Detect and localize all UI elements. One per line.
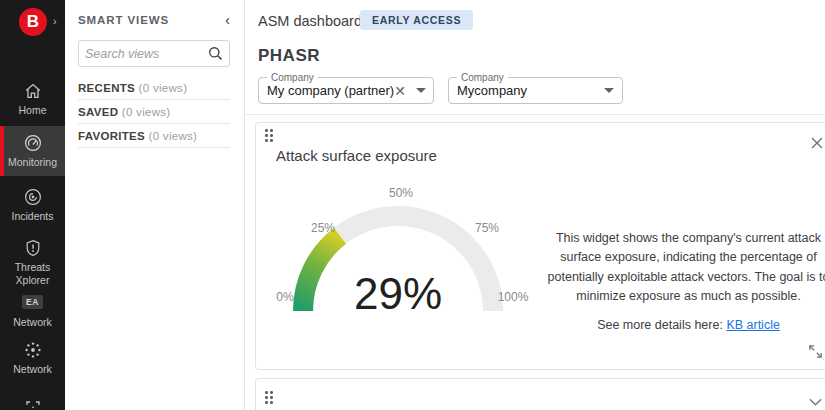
company-select-partner[interactable]: Company My company (partner) ✕ xyxy=(258,77,434,104)
app-window: B › Home Monitoring xyxy=(0,0,825,410)
sidebar-item-label: Network xyxy=(0,363,65,376)
gauge-tick-0: 0% xyxy=(276,290,294,304)
section-count: (0 views) xyxy=(149,130,198,142)
section-name: RECENTS xyxy=(78,82,135,94)
gauge-tick-50: 50% xyxy=(389,186,413,200)
gauge-center-value: 29% xyxy=(354,269,442,313)
smart-views-section-recents[interactable]: RECENTS (0 views) xyxy=(78,82,230,94)
drag-handle-icon[interactable] xyxy=(265,391,273,404)
select-value: My company (partner) xyxy=(267,83,394,98)
sidebar-item-partial[interactable] xyxy=(0,398,65,410)
tab-asm-dashboard: ASM dashboard xyxy=(258,13,362,29)
divider xyxy=(78,123,230,124)
select-label: Company xyxy=(267,72,318,83)
sidebar-item-label: Network xyxy=(0,316,65,329)
sidebar-item-label: Home xyxy=(0,104,65,117)
sidebar-item-incidents[interactable]: Incidents xyxy=(0,187,65,223)
sidebar-item-label: Threats Xplorer xyxy=(0,261,65,286)
section-count: (0 views) xyxy=(139,82,188,94)
incidents-icon xyxy=(23,187,43,207)
description-text: This widget shows the company's current … xyxy=(541,229,825,307)
sidebar-item-threats-xplorer[interactable]: Threats Xplorer xyxy=(0,238,65,286)
main-content: ASM dashboard EARLY ACCESS PHASR Company… xyxy=(245,0,825,410)
divider xyxy=(245,114,825,115)
sidebar-item-label: Incidents xyxy=(0,210,65,223)
select-value: Mycompany xyxy=(457,83,604,98)
chevron-down-icon[interactable] xyxy=(808,397,823,407)
clear-selection-icon[interactable]: ✕ xyxy=(394,84,406,98)
select-label: Company xyxy=(457,72,508,83)
exposure-gauge: 0% 25% 50% 75% 100% 29% xyxy=(263,181,533,313)
dropdown-arrow-icon[interactable] xyxy=(416,88,426,93)
attack-surface-widget: Attack surface exposure xyxy=(255,122,825,370)
page-title: PHASR xyxy=(258,46,320,66)
next-widget-card xyxy=(255,378,825,410)
gauge-tick-75: 75% xyxy=(475,221,499,235)
search-icon[interactable] xyxy=(208,46,223,61)
early-access-chip: EA xyxy=(22,295,43,309)
kb-article-link[interactable]: KB article xyxy=(726,318,780,332)
search-views-input[interactable] xyxy=(85,47,208,61)
sidebar-item-label: Monitoring xyxy=(0,156,65,169)
smart-views-title: SMART VIEWS xyxy=(78,14,169,26)
smart-views-panel: SMART VIEWS ‹ RECENTS (0 views) SAVED (0… xyxy=(65,0,245,410)
sidebar-item-network[interactable]: Network xyxy=(0,340,65,376)
collapse-panel-icon[interactable]: ‹ xyxy=(225,11,230,28)
smart-views-section-favorites[interactable]: FAVORITES (0 views) xyxy=(78,130,230,142)
nav-rail: B › Home Monitoring xyxy=(0,0,65,410)
smart-views-section-saved[interactable]: SAVED (0 views) xyxy=(78,106,230,118)
drag-handle-icon[interactable] xyxy=(265,129,273,142)
sidebar-item-home[interactable]: Home xyxy=(0,81,65,117)
details-prefix: See more details here: xyxy=(597,318,726,332)
sidebar-item-monitoring[interactable]: Monitoring xyxy=(0,126,65,176)
close-widget-icon[interactable] xyxy=(809,135,825,151)
rail-expand-chevron-icon[interactable]: › xyxy=(53,15,57,27)
divider xyxy=(78,99,230,100)
monitoring-icon xyxy=(23,133,43,153)
early-access-badge: EARLY ACCESS xyxy=(360,10,473,30)
widget-description: This widget shows the company's current … xyxy=(541,229,825,335)
section-count: (0 views) xyxy=(122,106,171,118)
scan-frame-icon xyxy=(23,398,43,410)
brand-logo[interactable]: B xyxy=(19,8,47,36)
sidebar-item-network-ea[interactable]: EA Network xyxy=(0,291,65,329)
section-name: FAVORITES xyxy=(78,130,145,142)
home-icon xyxy=(23,81,43,101)
divider xyxy=(78,147,230,148)
network-dots-icon xyxy=(23,340,43,360)
gauge-tick-25: 25% xyxy=(311,221,335,235)
gauge-tick-100: 100% xyxy=(498,290,529,304)
widget-title: Attack surface exposure xyxy=(276,147,437,164)
company-select[interactable]: Company Mycompany xyxy=(448,77,623,104)
search-views-box xyxy=(78,40,230,67)
expand-widget-icon[interactable] xyxy=(808,344,823,359)
dropdown-arrow-icon[interactable] xyxy=(604,88,614,93)
shield-alert-icon xyxy=(23,238,43,258)
section-name: SAVED xyxy=(78,106,118,118)
